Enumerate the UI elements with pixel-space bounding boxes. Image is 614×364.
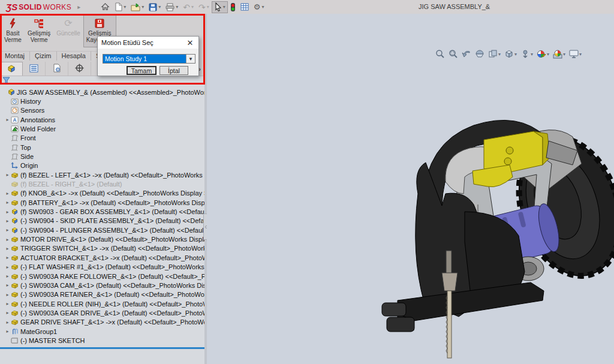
tree-item[interactable]: ▸(-) SW0903A RETAINER_&<1> (Default) <<D…	[0, 290, 204, 299]
tree-item[interactable]: (-) MASTER SKETCH	[0, 336, 204, 345]
new-document-button[interactable]: ▾	[112, 1, 128, 13]
tree-item[interactable]: ▸(-) SW0903A GEAR DRIVE_&<1> (Default) <…	[0, 308, 204, 317]
dropdown-arrow-icon[interactable]: ▾	[124, 4, 126, 10]
open-button[interactable]: ▾	[128, 1, 146, 13]
tree-item[interactable]: ▸AAnnotations	[0, 115, 204, 124]
expand-arrow-icon[interactable]: ▸	[5, 117, 10, 122]
weld-icon	[10, 125, 19, 133]
expand-arrow-icon[interactable]: ▸	[5, 310, 10, 315]
graphics-viewport[interactable]: ▾▾▾▾▾▾	[207, 14, 614, 364]
options-gear-button[interactable]: ⚙▾	[251, 1, 267, 13]
tree-item[interactable]: ▸ACTUATOR BRACKET_&<1> ->x (Default) <<D…	[0, 253, 204, 262]
tree-item[interactable]: ▸(f) SW0903 - GEAR BOX ASSEMBLY_&<1> (De…	[0, 207, 204, 216]
solidworks-window: ƷS SOLID WORKS ▸ ▾▾▾▾↶▾↷▾▾⚙▾ JIG SAW ASS…	[0, 0, 614, 364]
expand-arrow-icon[interactable]: ▸	[5, 172, 10, 178]
gelişmiş-verme-button[interactable]: Gelişmiş Verme	[25, 15, 53, 47]
tree-item[interactable]: Origin	[0, 161, 204, 170]
expand-arrow-icon[interactable]: ▸	[5, 264, 10, 270]
part-icon	[10, 291, 19, 299]
tree-item[interactable]: Sensors	[0, 106, 204, 115]
featuremanager-tree-tab[interactable]	[0, 62, 23, 76]
expand-arrow-icon[interactable]: ▸	[5, 255, 10, 260]
tree-item-label: (-) SW0904 - PLUNGER ASSEMBLY_&<1> (Defa…	[20, 227, 204, 234]
sketch-icon	[10, 336, 19, 344]
tree-item[interactable]: ▸(f) BEZEL - LEFT_&<1> ->x (Default) <<D…	[0, 170, 204, 179]
expand-arrow-icon[interactable]: ▸	[5, 282, 10, 288]
command-tab-montaj[interactable]: Montaj	[0, 51, 30, 61]
dropdown-arrow-icon[interactable]: ▾	[191, 4, 194, 10]
tree-item[interactable]: Side	[0, 152, 204, 161]
configurationmanager-tab[interactable]	[46, 62, 68, 76]
propertymanager-tab[interactable]	[23, 62, 46, 76]
expand-arrow-icon[interactable]: ▸	[5, 191, 10, 196]
basit-verme-button[interactable]: Basit Verme	[1, 15, 25, 47]
dropdown-arrow-icon[interactable]: ▾	[158, 4, 161, 10]
dropdown-arrow-icon[interactable]: ▾	[223, 4, 225, 10]
command-tab-çizim[interactable]: Çizim	[30, 51, 57, 61]
expand-arrow-icon[interactable]: ▸	[5, 227, 10, 233]
save-icon	[149, 3, 157, 11]
tree-item[interactable]: Front	[0, 134, 204, 143]
expand-arrow-icon[interactable]: ▸	[5, 237, 10, 242]
dropdown-arrow-icon[interactable]: ▾	[142, 4, 144, 10]
tree-item[interactable]: ▸MateGroup1	[0, 327, 204, 336]
expand-arrow-icon[interactable]: ▸	[5, 292, 10, 297]
expand-arrow-icon[interactable]: ▸	[5, 320, 10, 325]
expand-arrow-icon[interactable]: ▸	[5, 301, 10, 306]
part-icon	[10, 318, 19, 326]
ok-button[interactable]: Tamam	[127, 66, 156, 75]
cancel-button[interactable]: İptal	[159, 66, 188, 75]
tree-item[interactable]: ▸(f) KNOB_&<1> ->x (Default) <<Default>_…	[0, 189, 204, 198]
dialog-title-bar[interactable]: Motion Etüdü Seç ✕	[98, 37, 198, 49]
combobox-selected-value[interactable]: Motion Study 1	[103, 55, 186, 63]
tree-item[interactable]: ▸(f) BATTERY_&<1> ->x (Default) <<Defaul…	[0, 198, 204, 207]
tree-item-label: (f) BATTERY_&<1> ->x (Default) <<Default…	[20, 199, 204, 206]
dimxpertmanager-tab[interactable]	[68, 62, 91, 76]
dropdown-arrow-icon[interactable]: ▾	[207, 4, 209, 10]
dropdown-arrow-icon[interactable]: ▾	[176, 4, 178, 10]
rollback-bar[interactable]	[0, 347, 204, 349]
dropdown-arrow-icon[interactable]: ▾	[261, 4, 264, 10]
tree-item[interactable]: Top	[0, 143, 204, 152]
design-table-button[interactable]	[238, 1, 251, 13]
menu-flyout-arrow-icon[interactable]: ▸	[77, 4, 80, 10]
save-advanced-icon	[95, 17, 104, 29]
tree-item[interactable]: ▸GEAR DRIVE SHAFT_&<1> ->x (Default) <<D…	[0, 318, 204, 327]
tree-item-label: (-) MASTER SKETCH	[20, 337, 85, 344]
home-icon	[101, 2, 110, 11]
expand-arrow-icon[interactable]: ▸	[5, 246, 10, 251]
tree-item[interactable]: ▸(-) SW0903A CAM_&<1> (Default) <<Defaul…	[0, 281, 204, 290]
tree-item[interactable]: ▸(-) FLAT WASHER #1_&<1> (Default) <<Def…	[0, 263, 204, 272]
güncelle-button: ⟳Güncelle	[53, 15, 83, 47]
tree-item-label: Front	[20, 134, 36, 142]
dialog-close-icon[interactable]: ✕	[185, 38, 195, 47]
tree-item[interactable]: ▸(-) SW0903A RAKE FOLLOWER_&<1> (Default…	[0, 272, 204, 281]
tree-item[interactable]: History	[0, 97, 204, 106]
plane-icon	[10, 134, 19, 142]
expand-arrow-icon[interactable]: ▸	[5, 200, 10, 205]
rebuild-traffic-light-button[interactable]	[228, 1, 238, 13]
tree-item[interactable]: JIG SAW ASSEMBLY_& (Assembled) <<Assembl…	[0, 88, 204, 97]
print-button[interactable]: ▾	[163, 1, 180, 13]
combobox-dropdown-icon[interactable]: ▼	[186, 55, 195, 63]
home-button[interactable]	[98, 1, 112, 13]
feature-manager-tree: JIG SAW ASSEMBLY_& (Assembled) <<Assembl…	[0, 86, 204, 364]
expand-arrow-icon[interactable]: ▸	[5, 329, 10, 334]
select-arrow-button[interactable]: ▾	[212, 1, 228, 13]
tree-item[interactable]: ▸(-) NEEDLE ROLLER (NIH)_&<1> (Default) …	[0, 299, 204, 308]
expand-arrow-icon[interactable]: ▸	[5, 218, 10, 224]
filter-funnel-icon[interactable]	[2, 77, 10, 84]
tree-item[interactable]: ▸TRIGGER SWITCH_&<1> ->x (Default) <<Def…	[0, 244, 204, 253]
tree-item[interactable]: ▸(-) SW0904 - PLUNGER ASSEMBLY_&<1> (Def…	[0, 225, 204, 234]
tree-item[interactable]: Weld Folder	[0, 124, 204, 133]
command-tab-hesapla[interactable]: Hesapla	[57, 51, 91, 61]
tree-item[interactable]: (f) BEZEL - RIGHT_&<1> (Default)	[0, 180, 204, 189]
jigsaw-3d-model[interactable]	[207, 14, 614, 364]
expand-arrow-icon[interactable]: ▸	[5, 209, 10, 215]
expand-arrow-icon[interactable]: ▸	[5, 273, 10, 279]
tree-item[interactable]: ▸MOTOR DRIVE_&<1> (Default) <<Default>_P…	[0, 235, 204, 244]
motion-study-combobox[interactable]: Motion Study 1 ▼	[103, 54, 195, 64]
save-button[interactable]: ▾	[146, 1, 163, 13]
tree-item[interactable]: ▸(-) SW0904 - SKID PLATE ASSEMBLY_&<1> (…	[0, 216, 204, 225]
tree-item-label: MateGroup1	[20, 328, 57, 335]
